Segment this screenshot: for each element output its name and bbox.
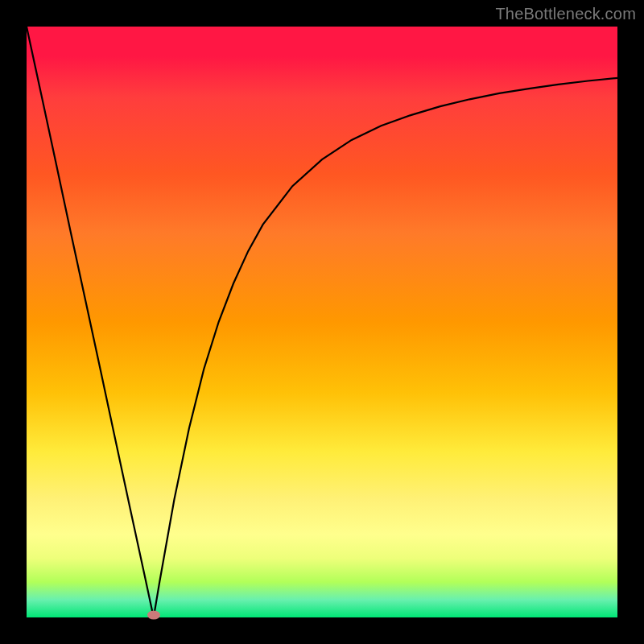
bottleneck-curve-path xyxy=(27,27,617,617)
plot-area xyxy=(27,27,617,617)
curve-svg xyxy=(27,27,617,617)
credit-label: TheBottleneck.com xyxy=(495,5,636,23)
optimal-marker xyxy=(147,611,160,620)
chart-container: TheBottleneck.com xyxy=(0,0,644,644)
